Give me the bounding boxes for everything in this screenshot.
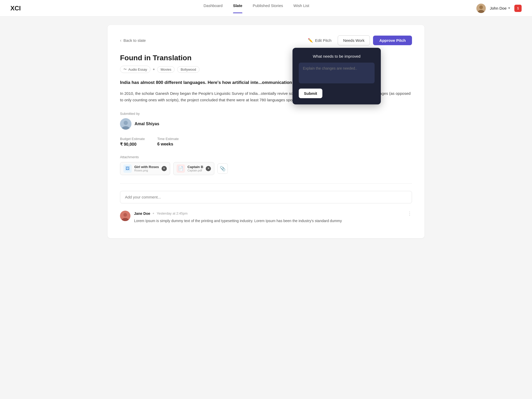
nav-published-stories[interactable]: Published Stories xyxy=(253,3,283,13)
content-card: ‹ Back to slate ✏️ Edit Pitch Needs Work… xyxy=(108,25,424,238)
svg-point-4 xyxy=(124,121,128,125)
submitter-name: Amal Shiyas xyxy=(135,122,159,126)
attachments-label: Attachments xyxy=(120,155,412,159)
popup-textarea[interactable] xyxy=(299,63,375,83)
pencil-icon: ✏️ xyxy=(308,38,313,43)
back-link[interactable]: ‹ Back to slate xyxy=(120,38,146,43)
notification-badge[interactable]: 1 xyxy=(514,5,522,12)
attachment-file-captain: Captain.pdf xyxy=(188,169,203,172)
estimates: Budget Estimate ₹ 90,000 Time Estimate 6… xyxy=(120,137,412,147)
chevron-down-icon xyxy=(508,8,510,9)
time-label: Time Estimate xyxy=(157,137,179,141)
nav-links: Dashboard Slate Published Stories Wish L… xyxy=(36,3,476,13)
svg-point-7 xyxy=(123,213,127,217)
top-bar: ‹ Back to slate ✏️ Edit Pitch Needs Work… xyxy=(120,35,412,45)
edit-pitch-button[interactable]: ✏️ Edit Pitch xyxy=(305,36,335,45)
attachments-list: 🖼 Girl with Roses Roses.png ✕ 📄 Captain … xyxy=(120,162,412,175)
approve-pitch-button[interactable]: Approve Pitch xyxy=(373,36,412,45)
comment-avatar xyxy=(120,211,130,221)
attachment-name-roses: Girl with Roses xyxy=(134,165,159,169)
svg-point-1 xyxy=(479,5,483,9)
attachment-close-captain[interactable]: ✕ xyxy=(206,166,211,171)
navbar: XCI Dashboard Slate Published Stories Wi… xyxy=(0,0,532,17)
submitter: Amal Shiyas xyxy=(120,118,412,130)
attachment-img-icon: 🖼 xyxy=(123,164,132,173)
tag-movies: Movies xyxy=(157,66,175,73)
comment-input[interactable] xyxy=(125,195,407,199)
needs-work-popup: What needs to be improved Submit xyxy=(292,48,381,104)
main-content: ‹ Back to slate ✏️ Edit Pitch Needs Work… xyxy=(97,17,435,247)
comment-text: Lorem Ipsum is simply dummy text of the … xyxy=(134,218,412,224)
comment-separator xyxy=(153,213,154,214)
budget-estimate: Budget Estimate ₹ 90,000 xyxy=(120,137,145,147)
attachment-item-captain: 📄 Captain B Captain.pdf ✕ xyxy=(173,162,215,175)
tag-separator xyxy=(153,69,155,70)
time-value: 6 weeks xyxy=(157,142,179,147)
navbar-right: John Doe 1 xyxy=(476,4,522,13)
comment-more-button[interactable]: ⋮ xyxy=(407,211,412,216)
paperclip-icon: 📎 xyxy=(220,166,225,171)
popup-title: What needs to be improved xyxy=(299,54,375,58)
attachments-section: Attachments 🖼 Girl with Roses Roses.png … xyxy=(120,155,412,175)
attachment-close-roses[interactable]: ✕ xyxy=(162,166,167,171)
attachment-name-captain: Captain B xyxy=(188,165,203,169)
user-name-display[interactable]: John Doe xyxy=(490,6,510,10)
attachment-file-roses: Roses.png xyxy=(134,169,159,172)
budget-value: ₹ 90,000 xyxy=(120,142,145,147)
needs-work-button[interactable]: Needs Work xyxy=(338,35,370,45)
waveform-icon: 〜 xyxy=(123,67,127,72)
action-buttons: ✏️ Edit Pitch Needs Work Approve Pitch W… xyxy=(305,35,412,45)
comment-header: Jane Doe Yesterday at 2:45pm ⋮ xyxy=(134,211,412,216)
popup-submit-button[interactable]: Submit xyxy=(299,89,322,98)
comment-item: Jane Doe Yesterday at 2:45pm ⋮ Lorem Ips… xyxy=(120,211,412,224)
add-attachment-button[interactable]: 📎 xyxy=(217,163,228,174)
tag-bollywood: Bollywood xyxy=(177,66,199,73)
nav-slate[interactable]: Slate xyxy=(233,3,242,13)
comment-time: Yesterday at 2:45pm xyxy=(157,211,188,215)
time-estimate: Time Estimate 6 weeks xyxy=(157,137,179,147)
submitter-avatar xyxy=(120,118,131,130)
brand-logo: XCI xyxy=(10,5,21,12)
back-arrow-icon: ‹ xyxy=(120,38,121,43)
submitted-by-label: Submitted by xyxy=(120,112,412,116)
avatar[interactable] xyxy=(476,4,486,13)
nav-dashboard[interactable]: Dashboard xyxy=(203,3,222,13)
attachment-pdf-icon: 📄 xyxy=(177,164,185,173)
comment-author: Jane Doe xyxy=(134,211,150,216)
comment-input-wrap xyxy=(120,191,412,203)
nav-wish-list[interactable]: Wish List xyxy=(293,3,309,13)
attachment-item-roses: 🖼 Girl with Roses Roses.png ✕ xyxy=(120,162,170,175)
tag-audio-essay: 〜 Audio Essay xyxy=(120,66,150,73)
divider xyxy=(120,183,412,184)
comment-body: Jane Doe Yesterday at 2:45pm ⋮ Lorem Ips… xyxy=(134,211,412,224)
budget-label: Budget Estimate xyxy=(120,137,145,141)
